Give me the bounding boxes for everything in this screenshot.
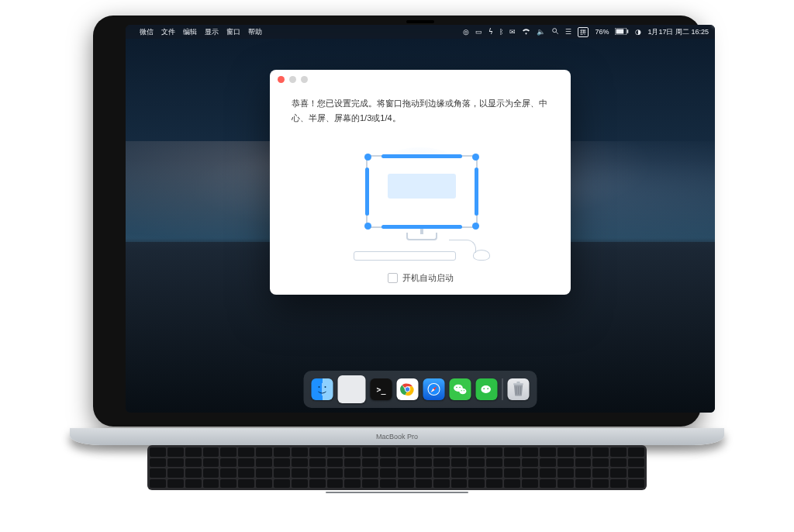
status-volume-icon[interactable]: 🔈	[537, 28, 545, 36]
status-battery-icon[interactable]	[615, 28, 629, 36]
dock-wechat-icon[interactable]	[450, 378, 471, 400]
status-wifi-icon[interactable]	[522, 28, 530, 36]
status-datetime[interactable]: 1月17日 周二 16:25	[647, 27, 709, 37]
status-battery-percent[interactable]: 76%	[595, 28, 609, 36]
mouse-icon	[473, 250, 490, 261]
dock-safari-icon[interactable]	[423, 378, 445, 400]
window-traffic-lights	[278, 76, 308, 83]
physical-keyboard	[147, 445, 647, 490]
autostart-label: 开机自动启动	[402, 272, 454, 284]
laptop-frame: 微信 文件 编辑 显示 窗口 帮助 ◎ ▭ ϟ ᛒ ✉ 🔈	[70, 16, 724, 512]
screen-bezel: 微信 文件 编辑 显示 窗口 帮助 ◎ ▭ ϟ ᛒ ✉ 🔈	[93, 16, 701, 427]
menu-edit[interactable]: 编辑	[183, 27, 197, 37]
status-wechat-icon[interactable]: ✉	[509, 28, 516, 36]
status-tray-icon[interactable]: ▭	[475, 28, 482, 36]
svg-line-1	[557, 32, 559, 34]
menubar: 微信 文件 编辑 显示 窗口 帮助 ◎ ▭ ϟ ᛒ ✉ 🔈	[126, 25, 715, 39]
status-search-icon[interactable]	[551, 27, 559, 36]
svg-rect-24	[516, 382, 520, 383]
minimize-button[interactable]	[289, 76, 296, 83]
menu-help[interactable]: 帮助	[248, 27, 262, 37]
dialog-footer: 开机自动启动	[270, 272, 571, 284]
close-button[interactable]	[278, 76, 285, 83]
dock-terminal-icon[interactable]: >_	[371, 378, 392, 400]
status-siri-icon[interactable]: ◎	[463, 28, 469, 36]
menu-window[interactable]: 窗口	[226, 27, 240, 37]
svg-point-6	[325, 386, 326, 388]
menu-app[interactable]: 微信	[140, 27, 154, 37]
status-input-method[interactable]: 拼	[578, 27, 589, 37]
dialog-illustration	[270, 144, 571, 261]
dock: >_	[304, 371, 537, 408]
dock-trash-icon[interactable]	[508, 378, 530, 400]
svg-point-15	[459, 389, 466, 395]
mouse-cable-icon	[449, 240, 476, 253]
status-dnd-icon[interactable]: ◑	[635, 28, 641, 36]
svg-point-22	[487, 388, 488, 389]
svg-point-21	[483, 388, 485, 389]
dock-wechat-work-icon[interactable]	[476, 378, 498, 400]
monitor-icon	[366, 155, 478, 228]
svg-point-18	[461, 390, 462, 391]
dialog-message: 恭喜！您已设置完成。将窗口拖动到边缘或角落，以显示为全屏、中心、半屏、屏幕的1/…	[292, 96, 549, 125]
svg-point-0	[553, 29, 557, 33]
svg-rect-23	[513, 383, 523, 385]
svg-point-5	[319, 386, 320, 388]
dock-finder-icon[interactable]	[312, 378, 333, 400]
svg-point-20	[481, 385, 491, 393]
autostart-checkbox[interactable]	[388, 273, 398, 283]
keyboard-icon	[354, 251, 456, 261]
camera-notch	[406, 20, 434, 23]
dock-launchpad-icon[interactable]	[338, 375, 366, 403]
laptop-base: MacBook Pro	[70, 417, 724, 503]
svg-rect-3	[616, 29, 624, 33]
dock-separator	[502, 378, 503, 400]
status-bluetooth-icon[interactable]: ᛒ	[499, 28, 503, 36]
menu-view[interactable]: 显示	[205, 27, 219, 37]
status-control-center-icon[interactable]: ☰	[565, 28, 571, 36]
desktop-screen: 微信 文件 编辑 显示 窗口 帮助 ◎ ▭ ϟ ᛒ ✉ 🔈	[126, 25, 715, 413]
dock-chrome-icon[interactable]	[397, 378, 419, 400]
svg-rect-4	[627, 29, 629, 33]
zoom-button[interactable]	[301, 76, 308, 83]
svg-point-17	[459, 387, 461, 389]
setup-complete-dialog: 恭喜！您已设置完成。将窗口拖动到边缘或角落，以显示为全屏、中心、半屏、屏幕的1/…	[270, 70, 571, 295]
status-bolt-icon[interactable]: ϟ	[488, 28, 493, 36]
laptop-model-label: MacBook Pro	[70, 428, 724, 445]
menu-file[interactable]: 文件	[161, 27, 175, 37]
physical-trackpad	[326, 492, 468, 493]
svg-point-16	[456, 387, 457, 389]
svg-point-19	[464, 390, 464, 391]
